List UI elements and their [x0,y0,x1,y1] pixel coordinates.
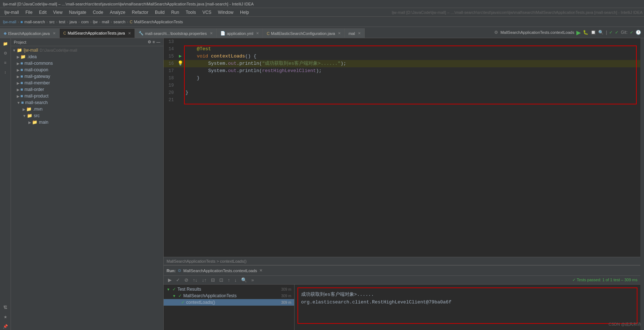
test-status: ✓ Tests passed: 1 of 1 test – 309 ms [572,278,637,282]
sidebar-layout-icon[interactable]: ≡ [153,40,155,44]
breadcrumb-class-label[interactable]: MallSearchApplicationTests [134,20,183,24]
menu-edit[interactable]: Edit [36,9,49,16]
run-config-name[interactable]: MallSearchApplicationTests.contextLoads [183,269,257,273]
tree-item-gateway[interactable]: ▶ ■ mall-gateway [11,73,163,80]
breadcrumb-java[interactable]: java [69,20,77,24]
menu-build[interactable]: Build [152,9,168,16]
editor-area: 13 14 @Test 15 ▶ void contextLoads() { [164,38,640,330]
breadcrumb-mall-search-label[interactable]: mall-search [24,20,45,24]
menu-bar: ljw-mall File Edit View Navigate Code An… [0,8,644,17]
clock-icon: 🕐 [636,30,641,35]
run-button[interactable]: ▶ [576,29,581,36]
edge-btn-4[interactable]: ↕ [1,68,9,76]
menu-analyze[interactable]: Analyze [107,9,128,16]
tree-item-product[interactable]: ▶ ■ mall-product [11,93,163,99]
edge-btn-bottom[interactable]: 📌 [1,322,9,330]
tab-bootstrap[interactable]: 🔧 mall-search\...\bootstrap.properties ✕ [135,28,217,38]
menu-run[interactable]: Run [168,9,182,16]
watermark: CSDN @疏风和诗 [609,322,641,327]
vcs-check: ✓ [609,30,613,35]
tree-item-ljwmall[interactable]: ▼ 📁 ljw-mall D:\JavaCode\ljw-mall [11,47,163,53]
run-config-label[interactable]: MallSearchApplicationTests.contextLoads [500,30,574,35]
menu-vcs[interactable]: VCS [200,9,215,16]
breadcrumb-src[interactable]: src [49,20,55,24]
tree-item-coupon[interactable]: ▶ ■ mall-coupon [11,67,163,73]
menu-navigate[interactable]: Navigate [66,9,89,16]
menu-ljwmall[interactable]: ljw-mall [1,9,22,16]
run-label: Run: [167,269,176,273]
sort-asc-button[interactable]: ↑↓ [191,277,199,283]
breadcrumb-ljw[interactable]: ljw [93,20,98,24]
test-tree: ▼ ✓ Test Results 309 m ▼ ✓ MallSearchApp… [164,285,295,330]
find-button[interactable]: 🔍 [240,277,248,283]
menu-file[interactable]: File [23,9,35,16]
filter-button[interactable]: ⊟ [209,277,216,283]
coverage-button[interactable]: 🔲 [591,30,596,35]
tree-item-main[interactable]: ▶ 📁 main [11,119,163,126]
menu-tools[interactable]: Tools [183,9,199,16]
edge-btn-2[interactable]: ⚙ [1,49,9,57]
code-line-13: 13 [164,38,640,45]
menu-refactor[interactable]: Refactor [129,9,151,16]
tree-item-search[interactable]: ▼ ■ mall-search [11,99,163,106]
breadcrumb-search[interactable]: search [113,20,125,24]
menu-window[interactable]: Window [215,9,236,16]
tab-mallElastic[interactable]: C MallElasticSearchConfiguration.java ✕ [263,28,345,38]
test-item-contextloads[interactable]: ✓ contextLoads() 309 m [164,299,294,306]
breadcrumb-test[interactable]: test [59,20,65,24]
tab-application-yml[interactable]: 📄 application.yml ✕ [217,28,263,38]
mallsearch-check-icon: ✓ [178,293,182,298]
breadcrumb-ljwmall[interactable]: ljw-mall [3,20,16,24]
tab-mallsearchapplicationtests[interactable]: C MallSearchApplicationTests.java ✕ [60,28,135,38]
run-panel-content: ▼ ✓ Test Results 309 m ▼ ✓ MallSearchApp… [164,285,640,330]
vcs-check2: ✓ [615,30,619,35]
tree-item-commons[interactable]: ▶ ■ mall-commons [11,60,163,67]
edge-btn-3[interactable]: ≡ [1,59,9,67]
run-toolbar: ▶ ✓ ⊘ ↑↓ ↓↑ ⊟ ⊡ ↑ ↓ 🔍 » ✓ Tests passed: … [164,276,640,285]
tree-item-src[interactable]: ▼ 📁 src [11,112,163,119]
tab-isearchapplication[interactable]: ◆ ISearchApplication.java ✕ [0,28,60,38]
edge-btn-structure[interactable]: 🏗 [1,303,9,311]
expand-button[interactable]: » [250,277,255,283]
test-item-mallsearch[interactable]: ▼ ✓ MallSearchApplicationTests 309 m [164,293,294,299]
breadcrumb-mall-search[interactable]: ■ [20,20,23,24]
filter2-button[interactable]: ⊡ [218,277,225,283]
project-tree: ▼ 📁 ljw-mall D:\JavaCode\ljw-mall ▶ 📁 .i… [11,46,163,330]
edge-btn-1[interactable]: 📁 [1,40,9,48]
code-line-21: 21 [164,96,640,104]
sidebar-settings-icon[interactable]: ⚙ [148,40,151,44]
search-run-button[interactable]: 🔍 [598,30,604,35]
tabs-bar: ◆ ISearchApplication.java ✕ C MallSearch… [0,27,491,38]
tree-item-mvn[interactable]: ▶ 📁 .mvn [11,106,163,112]
code-line-15: 15 ▶ void contextLoads() { [164,53,640,60]
up-button[interactable]: ↑ [226,277,232,283]
breadcrumb-class[interactable]: C [130,20,133,24]
member-icon: ■ [20,80,23,86]
folder-icon: 📁 [17,48,22,53]
down-button[interactable]: ↓ [233,277,239,283]
output-red-box: 成功获取到es客户端对象>...... org.elasticsearch.cl… [297,287,637,324]
sort-desc-button[interactable]: ↓↑ [200,277,208,283]
breadcrumb-mall[interactable]: mall [102,20,109,24]
rerun-failed-button[interactable]: ⊘ [183,277,190,283]
project-sidebar: Project ⚙ ≡ — ▼ 📁 ljw-mall D:\JavaCode\l… [11,38,164,330]
main-icon: 📁 [32,120,37,125]
run-again-button[interactable]: ▶ [167,277,173,283]
tree-item-idea[interactable]: ▶ 📁 .idea [11,53,163,60]
title-bar: ljw-mall [D:\JavaCode\ljw-mall] – …\mall… [0,0,644,8]
breadcrumb-com[interactable]: com [81,20,89,24]
tree-item-member[interactable]: ▶ ■ mall-member [11,80,163,86]
menu-code[interactable]: Code [90,9,106,16]
menu-view[interactable]: View [50,9,65,16]
rerun-passed-button[interactable]: ✓ [175,277,181,283]
coupon-icon: ■ [20,67,23,72]
test-item-results[interactable]: ▼ ✓ Test Results 309 m [164,286,294,293]
tab-mal[interactable]: mal ✕ [345,28,365,38]
menu-help[interactable]: Help [237,9,252,16]
edge-btn-favorites[interactable]: ★ [1,313,9,321]
run-tab-close[interactable]: ✕ [259,268,263,273]
sidebar-title: Project [14,40,26,44]
sidebar-collapse-icon[interactable]: — [156,40,160,44]
tree-item-order[interactable]: ▶ ■ mall-order [11,86,163,93]
debug-button[interactable]: 🐛 [583,30,588,35]
